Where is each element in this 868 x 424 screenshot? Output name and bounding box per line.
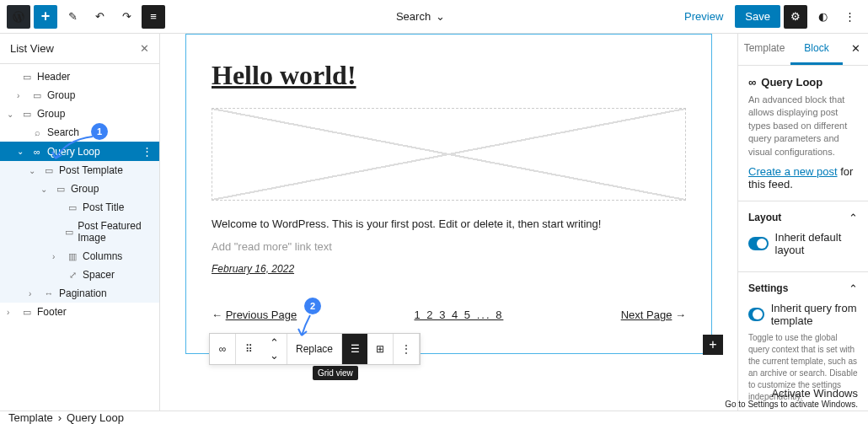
inherit-layout-label: Inherit default layout [775,231,858,256]
post-title[interactable]: Hello world! [212,60,686,91]
layout-panel-header[interactable]: Layout⌃ [748,212,858,224]
settings-panel-header[interactable]: Settings⌃ [748,282,858,295]
tree-item-group[interactable]: ›▭Group [0,86,159,105]
close-icon[interactable]: ✕ [140,42,149,55]
more-options-button[interactable]: ⋮ [838,5,861,29]
edit-icon[interactable]: ✎ [61,5,84,29]
annotation-arrow-1 [49,133,99,167]
breadcrumb-separator: › [58,411,62,424]
list-view-button[interactable]: ≡ [142,5,165,29]
more-options-icon[interactable]: ⋮ [394,334,419,364]
tree-item-group[interactable]: ⌄▭Group [0,105,159,123]
add-block-inline-button[interactable]: + [703,335,723,355]
featured-image-placeholder[interactable] [212,108,686,201]
tree-item-featured-image[interactable]: ▭Post Featured Image [0,217,159,247]
redo-button[interactable]: ↷ [115,5,138,29]
top-toolbar: + ✎ ↶ ↷ ≡ Search ⌄ Preview Save ⚙ ◐ ⋮ [0,0,868,34]
annotation-arrow-2 [295,312,320,341]
settings-button[interactable]: ⚙ [784,5,807,29]
post-date[interactable]: February 16, 2022 [212,263,686,275]
search-label: Search [396,10,431,23]
inherit-query-label: Inherit query from template [771,302,858,327]
block-type-icon[interactable]: ∞ [210,334,235,364]
pagination-prev[interactable]: ← Previous Page [212,309,297,321]
loop-icon: ∞ [748,76,756,89]
tree-item-group[interactable]: ⌄▭Group [0,180,159,198]
tree-item-pagination[interactable]: ›↔Pagination [0,284,159,303]
pagination: ← Previous Page 1 2 3 4 5 ... 8 Next Pag… [212,309,686,321]
query-loop-block[interactable]: Hello world! Welcome to WordPress. This … [185,34,712,354]
settings-help-text: Toggle to use the global query context t… [748,332,858,403]
list-view-title: List View [10,42,54,55]
breadcrumb: Template › Query Loop [0,411,868,424]
save-button[interactable]: Save [735,5,780,28]
annotation-1: 1 [91,123,108,140]
drag-handle-icon[interactable]: ⠿ [236,334,261,364]
document-title[interactable]: Search ⌄ [396,10,445,23]
block-tree: ▭Header ›▭Group ⌄▭Group ⌕Search ⌄∞Query … [0,64,159,325]
post-excerpt[interactable]: Welcome to WordPress. This is your first… [212,217,686,230]
add-block-button[interactable]: + [34,5,57,29]
tab-template[interactable]: Template [738,34,790,65]
tab-block[interactable]: Block [790,34,843,65]
pagination-next[interactable]: Next Page → [621,309,686,321]
undo-button[interactable]: ↶ [88,5,111,29]
tree-item-spacer[interactable]: ⤢Spacer [0,266,159,284]
wordpress-logo-button[interactable] [7,5,30,29]
create-post-link[interactable]: Create a new post [748,165,838,178]
list-layout-button[interactable]: ☰ [342,334,367,364]
grid-layout-button[interactable]: ⊞ [367,334,393,364]
tree-item-columns[interactable]: ›▥Columns [0,247,159,266]
inspector-panel: Template Block ✕ ∞Query Loop An advanced… [737,34,868,411]
breadcrumb-current[interactable]: Query Loop [67,411,124,424]
close-inspector-icon[interactable]: ✕ [843,34,868,65]
annotation-2: 2 [304,298,321,314]
tree-item-header[interactable]: ▭Header [0,67,159,86]
breadcrumb-root[interactable]: Template [8,411,53,424]
chevron-up-icon: ⌃ [849,282,858,295]
inherit-layout-toggle[interactable] [748,237,769,250]
read-more-placeholder[interactable]: Add "read more" link text [212,240,686,253]
move-arrows-icon[interactable]: ⌃⌄ [261,334,287,364]
grid-view-tooltip: Grid view [313,366,358,380]
chevron-up-icon: ⌃ [849,212,858,224]
chevron-down-icon: ⌄ [436,10,445,23]
tree-item-post-title[interactable]: ▭Post Title [0,198,159,217]
inherit-query-toggle[interactable] [748,308,764,321]
block-type-name: Query Loop [761,76,822,89]
toolbar-right: Preview Save ⚙ ◐ ⋮ [676,5,861,29]
list-view-panel: List View ✕ ▭Header ›▭Group ⌄▭Group ⌕Sea… [0,34,160,411]
block-description: An advanced block that allows displaying… [748,94,858,158]
toolbar-left: + ✎ ↶ ↷ ≡ [7,5,165,29]
preview-button[interactable]: Preview [676,5,731,28]
pagination-numbers[interactable]: 1 2 3 4 5 ... 8 [414,309,503,321]
tree-item-footer[interactable]: ›▭Footer [0,303,159,321]
styles-button[interactable]: ◐ [811,5,834,29]
